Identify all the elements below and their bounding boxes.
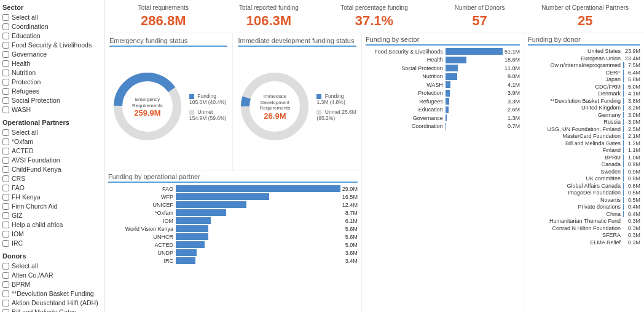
sector-bar-value: 3.9M <box>508 90 520 96</box>
stat-num-donors-label: Number of Donors <box>427 4 533 12</box>
sector-bar-fill <box>446 57 466 63</box>
bar-row: FAO29.0M <box>108 185 358 192</box>
bar-value: 3.4M <box>345 258 358 264</box>
immediate-chart-title: Immediate development funding status <box>238 37 356 47</box>
sidebar-sector-item: WASH <box>2 105 101 114</box>
donor-chart-panel: Funding by donor United States23.9MEurop… <box>524 33 644 312</box>
sector-bar-value: 3.3M <box>508 98 520 105</box>
donor-value: 3.0M <box>628 112 640 118</box>
stat-total-pct-value: 37.1% <box>321 13 427 29</box>
sector-bar-row: Health18.6M <box>366 57 520 63</box>
sector-bar-fill <box>446 73 457 80</box>
immediate-donut-center: Immediate Development Requirements 26.9M <box>256 94 293 121</box>
donor-row: Sweden0.9M <box>528 169 640 175</box>
funded-dot <box>189 94 194 99</box>
donor-value: 3.0M <box>628 119 640 125</box>
op-partner-chart: Funding by operational partner FAO29.0MW… <box>104 170 361 312</box>
op-partner-items: Select all*OxfamACTEDAVSI FoundationChil… <box>2 128 101 247</box>
emergency-donut-center: Emergency Requirements 259.9M <box>129 97 166 118</box>
donor-value: 0.3M <box>628 218 640 224</box>
stat-total-req-value: 286.8M <box>111 13 216 29</box>
stat-total-requirements: Total requirements 286.8M <box>111 4 216 29</box>
donor-value: 7.5M <box>628 62 640 68</box>
sector-bar-row: Refugees3.3M <box>366 98 520 105</box>
donor-bar-container <box>623 211 626 217</box>
donor-label: Global Affairs Canada <box>528 183 623 189</box>
donor-row: Japan5.8M <box>528 76 640 82</box>
sector-bar-row: Coordination0.7M <box>366 123 520 130</box>
sidebar-donor-item: Aktion Deuschland Hilft (ADH) <box>2 298 101 307</box>
sector-bar-container <box>446 73 506 80</box>
donor-row: Ow n/internal/reprogrammed7.5M <box>528 62 640 68</box>
bar-row: WFP16.5M <box>108 193 358 200</box>
bar-container <box>176 193 340 200</box>
donor-bar-container <box>623 133 626 139</box>
immediate-funded-legend: Funding 1.3M (4.8%) <box>316 93 356 105</box>
bar-value: 6.1M <box>345 218 358 224</box>
donor-row: Global Affairs Canada0.6M <box>528 183 640 189</box>
sector-bar-label: Education <box>366 106 446 113</box>
stat-num-op-label: Number of Operational Partners <box>532 4 638 12</box>
donor-value: 3.2M <box>628 105 640 111</box>
donor-value: 4.1M <box>628 90 640 97</box>
bar-container <box>176 185 340 192</box>
donor-bar-fill <box>623 84 624 90</box>
immediate-donut-wrapper: Immediate Development Requirements 26.9M… <box>238 49 356 165</box>
donor-bar-container <box>623 105 626 111</box>
donor-row: Denmark4.1M <box>528 90 640 97</box>
sector-bar-container <box>446 81 506 88</box>
donor-row: Canada0.9M <box>528 161 640 167</box>
donor-row: USG, UN Foundation, Finland2.5M <box>528 126 640 132</box>
sector-bar-value: 11.0M <box>505 65 520 71</box>
sector-chart: Funding by sector Food Security & Liveli… <box>362 33 524 312</box>
stat-total-rep-value: 106.3M <box>216 13 322 29</box>
stat-total-pct-label: Total percentage funding <box>321 4 427 12</box>
immediate-unmet-legend: Unmet 25.6M (95.2%) <box>316 109 356 121</box>
donor-value: 0.6M <box>628 183 640 189</box>
donor-value: 0.5M <box>628 197 640 203</box>
sector-bar-fill <box>446 98 449 105</box>
sector-bar-container <box>446 90 506 97</box>
emergency-center-value: 259.9M <box>129 108 166 118</box>
sidebar-sector-item: Education <box>2 31 101 40</box>
donor-value: 0.4M <box>628 211 640 217</box>
sidebar-sector-item: Nutrition <box>2 68 101 77</box>
stat-total-reported: Total reported funding 106.3M <box>216 4 322 29</box>
sidebar-sector-item: Governance <box>2 50 101 58</box>
bar-fill <box>176 241 205 248</box>
sidebar-sector-item: Social Protection <box>2 96 101 105</box>
bar-label: UNDP <box>108 250 176 256</box>
sidebar-op-item: Help a child africa <box>2 220 101 229</box>
donor-bar-container <box>623 126 626 132</box>
sector-bar-container <box>446 98 506 105</box>
donor-bar-container <box>623 154 626 161</box>
donor-bar-fill <box>623 90 624 97</box>
donor-bar-container <box>623 218 626 224</box>
donor-value: 0.3M <box>628 225 640 231</box>
bar-container <box>176 209 344 216</box>
bar-container <box>176 225 344 232</box>
immediate-center-value: 26.9M <box>256 111 293 121</box>
sidebar-op-item: IOM <box>2 230 101 238</box>
immediate-center-label: Immediate Development Requirements <box>256 94 293 111</box>
donors-section-title: Donors <box>2 252 101 260</box>
bar-value: 12.4M <box>342 202 358 208</box>
bar-row: IRC3.4M <box>108 257 358 264</box>
donor-bar-container <box>623 190 626 196</box>
donor-label: UK committee <box>528 175 623 182</box>
bar-fill <box>176 209 226 216</box>
donor-label: United Kingdom <box>528 105 623 111</box>
sector-bar-label: WASH <box>366 82 446 88</box>
bar-container <box>176 257 344 264</box>
donor-label: ELMA Relief <box>528 239 623 246</box>
donor-bar-container <box>623 204 626 210</box>
donor-label: Sweden <box>528 169 623 175</box>
op-partner-bars: FAO29.0MWFP16.5MUNICEF12.4M*Oxfam8.7MIOM… <box>108 185 358 264</box>
sector-chart-panel: Funding by sector Food Security & Liveli… <box>362 33 524 312</box>
sidebar-op-item: GIZ <box>2 211 101 220</box>
bar-value: 5.6M <box>345 234 358 240</box>
donor-label: Denmark <box>528 90 623 97</box>
donor-label: BPRM <box>528 154 623 161</box>
sector-bar-label: Nutrition <box>366 73 446 79</box>
bar-label: FAO <box>108 186 176 192</box>
